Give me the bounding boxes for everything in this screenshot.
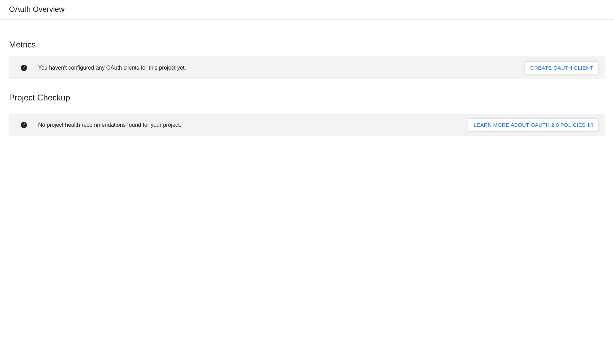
- learn-more-policies-label: LEARN MORE ABOUT OAUTH 2.0 POLICIES: [474, 122, 586, 128]
- metrics-info-text: You haven't configured any OAuth clients…: [38, 65, 186, 71]
- main-content: Metrics i You haven't configured any OAu…: [0, 40, 614, 136]
- checkup-info-left: i No project health recommendations foun…: [21, 122, 181, 128]
- checkup-info-card: i No project health recommendations foun…: [9, 114, 605, 136]
- metrics-heading: Metrics: [9, 40, 605, 50]
- learn-more-policies-button[interactable]: LEARN MORE ABOUT OAUTH 2.0 POLICIES: [468, 118, 599, 131]
- metrics-info-card: i You haven't configured any OAuth clien…: [9, 56, 605, 79]
- project-checkup-heading: Project Checkup: [9, 93, 605, 103]
- page-header: OAuth Overview: [0, 0, 614, 20]
- page-title: OAuth Overview: [9, 5, 605, 14]
- metrics-info-left: i You haven't configured any OAuth clien…: [21, 65, 186, 71]
- checkup-info-text: No project health recommendations found …: [38, 122, 181, 128]
- create-oauth-client-label: CREATE OAUTH CLIENT: [530, 65, 593, 71]
- external-link-icon: [588, 122, 593, 128]
- create-oauth-client-button[interactable]: CREATE OAUTH CLIENT: [525, 61, 599, 74]
- info-icon: i: [21, 65, 27, 71]
- info-icon: i: [21, 122, 27, 128]
